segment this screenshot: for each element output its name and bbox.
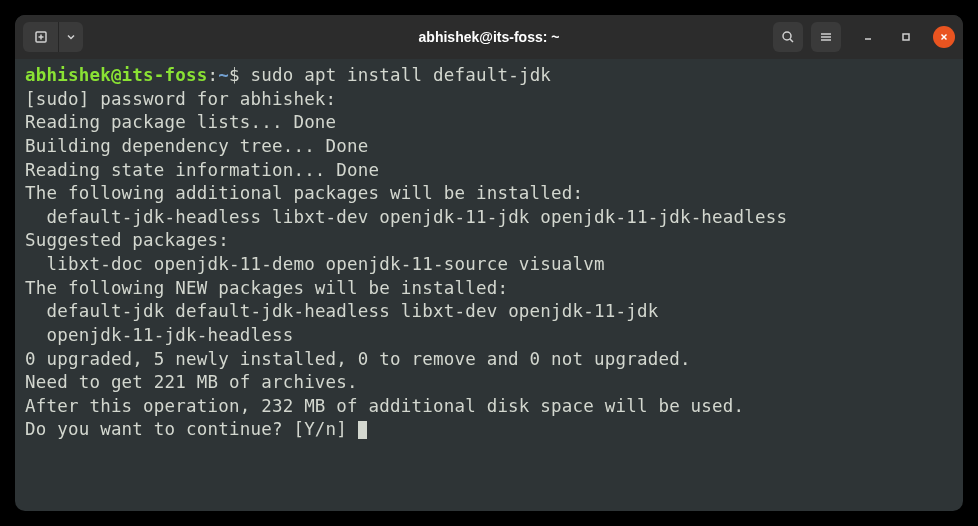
titlebar: abhishek@its-foss: ~ xyxy=(15,15,963,59)
output-line: Need to get 221 MB of archives. xyxy=(25,371,953,395)
svg-point-3 xyxy=(783,32,791,40)
continue-prompt: Do you want to continue? [Y/n] xyxy=(25,419,358,439)
svg-rect-9 xyxy=(903,34,909,40)
output-line: openjdk-11-jdk-headless xyxy=(25,324,953,348)
window-title: abhishek@its-foss: ~ xyxy=(419,29,560,45)
new-tab-icon xyxy=(34,30,48,44)
maximize-button[interactable] xyxy=(895,26,917,48)
chevron-down-icon xyxy=(66,32,76,42)
output-line: The following NEW packages will be insta… xyxy=(25,277,953,301)
output-line: The following additional packages will b… xyxy=(25,182,953,206)
terminal-window: abhishek@its-foss: ~ xyxy=(15,15,963,511)
output-line: [sudo] password for abhishek: xyxy=(25,88,953,112)
cursor xyxy=(358,421,367,439)
window-controls xyxy=(857,26,955,48)
output-line: Building dependency tree... Done xyxy=(25,135,953,159)
close-icon xyxy=(939,32,949,42)
output-line: default-jdk default-jdk-headless libxt-d… xyxy=(25,300,953,324)
output-line: libxt-doc openjdk-11-demo openjdk-11-sou… xyxy=(25,253,953,277)
output-line: After this operation, 232 MB of addition… xyxy=(25,395,953,419)
output-line: default-jdk-headless libxt-dev openjdk-1… xyxy=(25,206,953,230)
terminal-body[interactable]: abhishek@its-foss:~$ sudo apt install de… xyxy=(15,59,963,511)
new-tab-button[interactable] xyxy=(23,22,59,52)
prompt-dollar: $ xyxy=(229,65,250,85)
search-button[interactable] xyxy=(773,22,803,52)
titlebar-left-group xyxy=(23,22,83,52)
minimize-icon xyxy=(863,32,873,42)
titlebar-right-group xyxy=(773,22,955,52)
svg-line-4 xyxy=(790,39,793,42)
output-line: Reading state information... Done xyxy=(25,159,953,183)
prompt-user-host: abhishek@its-foss xyxy=(25,65,208,85)
prompt-line: abhishek@its-foss:~$ sudo apt install de… xyxy=(25,64,953,88)
output-line: Reading package lists... Done xyxy=(25,111,953,135)
minimize-button[interactable] xyxy=(857,26,879,48)
command-text: sudo apt install default-jdk xyxy=(251,65,552,85)
prompt-colon: : xyxy=(208,65,219,85)
menu-button[interactable] xyxy=(811,22,841,52)
output-line: 0 upgraded, 5 newly installed, 0 to remo… xyxy=(25,348,953,372)
maximize-icon xyxy=(901,32,911,42)
prompt-path: ~ xyxy=(218,65,229,85)
search-icon xyxy=(781,30,795,44)
output-line: Do you want to continue? [Y/n] xyxy=(25,418,953,442)
output-line: Suggested packages: xyxy=(25,229,953,253)
tab-dropdown-button[interactable] xyxy=(59,22,83,52)
close-button[interactable] xyxy=(933,26,955,48)
hamburger-icon xyxy=(819,30,833,44)
